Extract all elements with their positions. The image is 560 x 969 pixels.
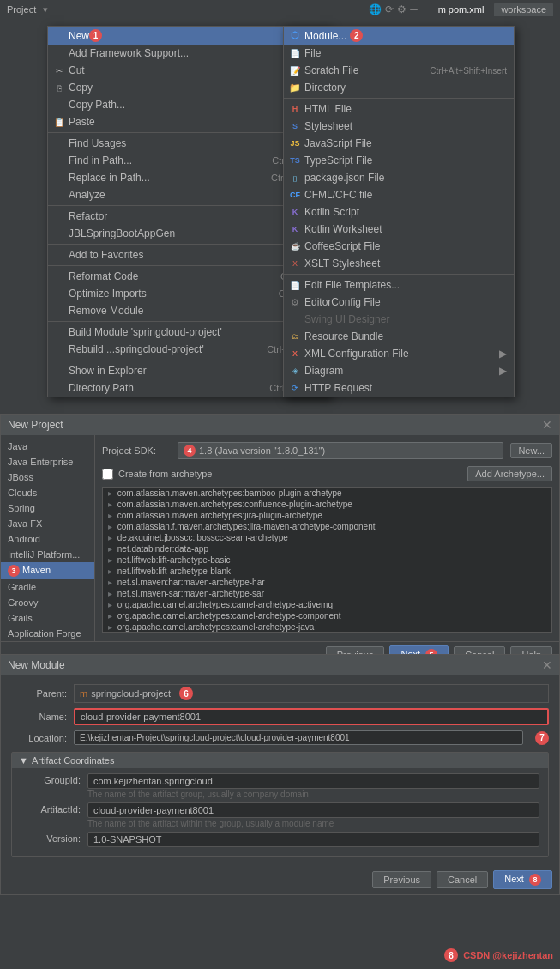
sidebar-item-intellij-platform...[interactable]: IntelliJ Platform...	[1, 547, 94, 562]
sdk-value-field[interactable]: 4 1.8 (Java version "1.8.0_131")	[178, 442, 503, 459]
jbl-label: JBLSpringBootAppGen	[69, 227, 175, 239]
sidebar-item-groovy[interactable]: Groovy	[1, 595, 94, 610]
coffee-label: CoffeeScript File	[304, 240, 380, 252]
analyze-label: Analyze	[69, 189, 105, 201]
groupid-input[interactable]	[87, 773, 539, 789]
archetype-list[interactable]: ▸ com.atlassian.maven.archetypes:bamboo-…	[102, 487, 552, 633]
sidebar-item-java[interactable]: Java	[1, 439, 94, 454]
cfml-icon: CF	[288, 188, 302, 202]
submenu-item-scratch[interactable]: 📝 Scratch File Ctrl+Alt+Shift+Insert	[284, 62, 514, 79]
archetype-item[interactable]: ▸ net.liftweb:lift-archetype-blank	[103, 566, 551, 577]
directory-path-label: Directory Path	[69, 382, 134, 394]
project-dialog-body: JavaJava EnterpriseJBossCloudsSpringJava…	[1, 435, 559, 641]
parent-value: springcloud-project	[91, 688, 171, 699]
submenu-item-directory[interactable]: 📁 Directory	[284, 79, 514, 96]
project-dialog-close[interactable]: ✕	[542, 418, 552, 432]
archetype-item[interactable]: ▸ org.apache.camel.archetypes:camel-arch…	[103, 610, 551, 621]
archetype-item[interactable]: ▸ com.atlassian.maven.archetypes:bamboo-…	[103, 488, 551, 499]
version-input[interactable]	[87, 832, 539, 847]
module-name-input[interactable]	[74, 708, 549, 725]
sidebar-item-android[interactable]: Android	[1, 531, 94, 547]
add-archetype-button[interactable]: Add Archetype...	[467, 466, 552, 481]
html-label: HTML File	[304, 103, 352, 115]
submenu-item-kotlin-worksheet[interactable]: K Kotlin Worksheet	[284, 221, 514, 238]
archetype-item[interactable]: ▸ net.databinder:data-app	[103, 543, 551, 554]
name-row: Name:	[11, 708, 549, 725]
project-label: Project	[7, 4, 36, 15]
archetype-item[interactable]: ▸ com.atlassian.maven.archetypes:conflue…	[103, 499, 551, 510]
project-sidebar: JavaJava EnterpriseJBossCloudsSpringJava…	[1, 435, 95, 641]
dropdown-arrow[interactable]: ▾	[43, 4, 48, 15]
sdk-label: Project SDK:	[102, 445, 171, 456]
submenu-item-module[interactable]: ⬡ Module... 2	[284, 27, 514, 45]
submenu-item-editorconfig[interactable]: ⚙ EditorConfig File	[284, 294, 514, 311]
minimize-icon[interactable]: ─	[410, 3, 418, 15]
module-cancel-button[interactable]: Cancel	[437, 871, 488, 888]
sidebar-item-application-forge[interactable]: Application Forge	[1, 626, 94, 641]
js-icon: JS	[288, 136, 302, 150]
ts-label: TypeScript File	[304, 154, 372, 167]
archetype-item[interactable]: ▸ org.apache.camel.archetypes:camel-arch…	[103, 621, 551, 633]
submenu-item-xslt[interactable]: X XSLT Stylesheet	[284, 255, 514, 272]
version-row: Version:	[21, 832, 539, 847]
diagram-arrow: ▶	[499, 365, 507, 377]
cut-icon: ✂	[53, 64, 65, 76]
css-icon: S	[288, 119, 302, 133]
remove-module-label: Remove Module	[69, 305, 143, 317]
submenu-item-resource-bundle[interactable]: 🗂 Resource Bundle	[284, 328, 514, 345]
submenu-item-diagram[interactable]: ◈ Diagram ▶	[284, 362, 514, 379]
archetype-checkbox[interactable]	[102, 469, 113, 480]
artifactid-input[interactable]	[87, 802, 539, 818]
sidebar-item-clouds[interactable]: Clouds	[1, 485, 94, 500]
archetype-item[interactable]: ▸ net.sl.maven-sar:maven-archetype-sar	[103, 588, 551, 599]
settings-icon[interactable]: ⚙	[397, 3, 406, 15]
submenu-item-http[interactable]: ⟳ HTTP Request	[284, 379, 514, 397]
archetype-item[interactable]: ▸ org.apache.camel.archetypes:camel-arch…	[103, 599, 551, 610]
submenu-item-cfml[interactable]: CF CFML/CFC file	[284, 186, 514, 203]
archetype-item[interactable]: ▸ com.atlassian.maven.archetypes:jira-pl…	[103, 510, 551, 521]
parent-select[interactable]: m springcloud-project 6	[74, 684, 549, 703]
artifact-toggle[interactable]: ▼	[19, 755, 28, 766]
sdk-new-button[interactable]: New...	[510, 443, 552, 458]
submenu-item-coffee[interactable]: ☕ CoffeeScript File	[284, 238, 514, 255]
archetype-item[interactable]: ▸ net.liftweb:lift-archetype-basic	[103, 554, 551, 566]
archetype-item[interactable]: ▸ de.akquinet.jbosscc:jbosscc-seam-arche…	[103, 532, 551, 543]
archetype-label[interactable]: Create from archetype	[118, 469, 212, 479]
workspace-tab[interactable]: workspace	[494, 3, 553, 16]
submenu-item-file[interactable]: 📄 File	[284, 45, 514, 62]
archetype-item[interactable]: ▸ net.sl.maven:har:maven-archetype-har	[103, 577, 551, 588]
sidebar-item-spring[interactable]: Spring	[1, 500, 94, 516]
add-framework-label: Add Framework Support...	[69, 47, 189, 59]
submenu-item-edit-templates[interactable]: 📄 Edit File Templates...	[284, 276, 514, 294]
sidebar-item-gradle[interactable]: Gradle	[1, 579, 94, 595]
paste-label: Paste	[69, 116, 95, 128]
sidebar-item-grails[interactable]: Grails	[1, 610, 94, 626]
submenu-item-js[interactable]: JS JavaScript File	[284, 135, 514, 152]
swing-label: Swing UI Designer	[304, 313, 389, 325]
watermark: 8 CSDN @kejizhentan	[444, 948, 553, 962]
submenu-item-ts[interactable]: TS TypeScript File	[284, 152, 514, 169]
rebuild-label: Rebuild ...springcloud-project'	[69, 343, 204, 355]
module-previous-button[interactable]: Previous	[372, 871, 431, 888]
pom-tab[interactable]: m pom.xml	[431, 3, 491, 16]
sidebar-item-java-enterprise[interactable]: Java Enterprise	[1, 454, 94, 469]
sidebar-item-java-fx[interactable]: Java FX	[1, 516, 94, 531]
location-row: Location: 7	[11, 730, 549, 745]
submenu-item-pkg[interactable]: {} package.json File	[284, 169, 514, 186]
submenu-item-xml-config[interactable]: X XML Configuration File ▶	[284, 345, 514, 362]
directory-label: Directory	[304, 82, 346, 94]
build-module-label: Build Module 'springcloud-project'	[69, 326, 222, 338]
parent-row: Parent: m springcloud-project 6	[11, 684, 549, 703]
diagram-label: Diagram	[304, 365, 343, 377]
module-next-button[interactable]: Next 8	[493, 870, 552, 889]
submenu-item-stylesheet[interactable]: S Stylesheet	[284, 118, 514, 135]
ide-header: Project ▾ 🌐 ⟳ ⚙ ─ m pom.xml workspace	[0, 0, 560, 19]
sidebar-item-jboss[interactable]: JBoss	[1, 469, 94, 485]
module-dialog-close[interactable]: ✕	[542, 658, 552, 672]
submenu-item-kotlin-script[interactable]: K Kotlin Script	[284, 203, 514, 221]
submenu-item-html[interactable]: H HTML File	[284, 100, 514, 118]
archetype-item[interactable]: ▸ com.atlassian.f.maven.archetypes:jira-…	[103, 521, 551, 532]
location-input[interactable]	[74, 730, 523, 745]
sidebar-item-maven[interactable]: 3Maven	[1, 562, 94, 579]
kotlin-script-icon: K	[288, 205, 302, 219]
